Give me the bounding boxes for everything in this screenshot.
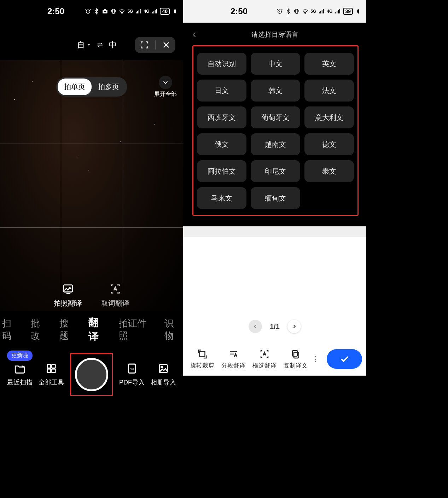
recent-scans-button[interactable]: 更新啦 最近扫描 <box>7 363 33 387</box>
swap-icon[interactable] <box>96 41 104 49</box>
back-button[interactable] <box>191 31 198 38</box>
lang-option-3[interactable]: 日文 <box>197 80 246 102</box>
bluetooth-icon <box>285 8 291 15</box>
cat-object[interactable]: 识物 <box>164 317 181 342</box>
next-page-button[interactable] <box>287 320 301 333</box>
camera-viewfinder: 拍单页 拍多页 展开全部 <box>0 60 183 311</box>
camera-icon <box>102 8 108 15</box>
lang-option-11[interactable]: 德文 <box>304 133 354 155</box>
status-right: 5G 4G 39 <box>277 8 361 15</box>
lang-option-2[interactable]: 英文 <box>304 53 354 75</box>
lang-option-6[interactable]: 西班牙文 <box>197 106 246 128</box>
header: 请选择目标语言 <box>183 23 366 47</box>
vibrate-icon <box>110 8 117 15</box>
more-button[interactable]: ⋮ <box>312 354 319 364</box>
select-translate-button[interactable]: 框选翻译 <box>250 349 279 370</box>
pdf-icon: PDF <box>126 363 138 375</box>
lang-option-1[interactable]: 中文 <box>251 53 300 75</box>
cat-translate[interactable]: 翻译 <box>88 315 107 344</box>
album-import-button[interactable]: 相册导入 <box>151 363 176 387</box>
chevron-down-icon <box>86 42 91 47</box>
cat-id[interactable]: 拍证件照 <box>119 317 152 342</box>
signal-4g: 4G <box>144 9 149 14</box>
leaf-icon <box>355 8 361 15</box>
multi-page-button[interactable]: 拍多页 <box>92 79 126 95</box>
expand-all-button[interactable]: 展开全部 <box>154 76 177 98</box>
lang-option-5[interactable]: 法文 <box>304 80 354 102</box>
svg-point-18 <box>305 13 306 14</box>
rotate-crop-button[interactable]: 旋转裁剪 <box>187 349 217 370</box>
lang-option-10[interactable]: 越南文 <box>251 133 300 155</box>
shutter-highlight <box>70 353 113 396</box>
segment-translate-button[interactable]: 分段翻译 <box>219 349 248 370</box>
language-grid: 自动识别中文英文日文韩文法文西班牙文葡萄牙文意大利文俄文越南文德文阿拉伯文印尼文… <box>197 53 354 209</box>
target-lang-button[interactable]: 中 <box>109 40 117 50</box>
svg-rect-19 <box>200 351 205 357</box>
svg-rect-20 <box>294 352 299 358</box>
close-icon[interactable] <box>162 41 170 49</box>
signal-icon <box>135 8 141 15</box>
all-tools-button[interactable]: 全部工具 <box>39 363 64 387</box>
grid-icon <box>45 363 57 375</box>
svg-rect-10 <box>47 369 51 372</box>
word-translate-mode[interactable]: 取词翻译 <box>101 283 129 308</box>
photo-translate-mode[interactable]: 拍照翻译 <box>54 283 82 308</box>
photo-translate-icon <box>62 283 74 295</box>
svg-point-15 <box>161 366 163 368</box>
language-panel: 自动识别中文英文日文韩文法文西班牙文葡萄牙文意大利文俄文越南文德文阿拉伯文印尼文… <box>192 45 359 216</box>
pdf-import-button[interactable]: PDF PDF导入 <box>119 363 145 387</box>
lang-option-15[interactable]: 马来文 <box>197 187 246 209</box>
lang-option-9[interactable]: 俄文 <box>197 133 246 155</box>
language-row: 自 中 <box>0 37 183 53</box>
category-row[interactable]: 扫码 批改 搜题 翻译 拍证件照 识物 <box>0 315 183 344</box>
page-indicator: 1/1 <box>270 323 280 331</box>
signal2-icon <box>151 8 158 15</box>
svg-point-7 <box>22 366 23 367</box>
battery-level: 40 <box>160 8 170 15</box>
lang-option-14[interactable]: 泰文 <box>304 160 354 182</box>
chevron-down-icon <box>162 79 169 86</box>
alarm-icon <box>85 8 91 15</box>
document-preview: 1/1 旋转裁剪 分段翻译 框选翻译 复制译文 ⋮ <box>183 226 366 376</box>
check-icon <box>339 354 350 364</box>
separator <box>155 40 156 50</box>
update-badge: 更新啦 <box>7 351 33 361</box>
page-mode-toggle: 拍单页 拍多页 <box>56 77 127 97</box>
top-right-controls <box>135 37 175 53</box>
signal-icon <box>318 8 325 15</box>
svg-rect-9 <box>52 365 55 368</box>
language-select-screen: 2:50 5G 4G 39 请选择目标语言 自动识别中文英文日文韩文法文西班牙文… <box>183 0 366 407</box>
chevron-left-icon <box>191 31 198 38</box>
status-bar: 2:50 5G 4G 40 <box>0 0 183 23</box>
vibrate-icon <box>293 8 300 15</box>
folder-icon <box>14 363 26 375</box>
lang-option-13[interactable]: 印尼文 <box>251 160 300 182</box>
cat-scan[interactable]: 扫码 <box>2 317 19 342</box>
svg-rect-17 <box>296 9 298 13</box>
fullscreen-icon[interactable] <box>140 40 149 50</box>
lang-option-8[interactable]: 意大利文 <box>304 106 354 128</box>
svg-point-5 <box>122 13 123 14</box>
copy-translation-button[interactable]: 复制译文 <box>281 349 310 370</box>
cat-search[interactable]: 搜题 <box>59 317 76 342</box>
signal-4g: 4G <box>327 9 332 14</box>
shutter-button[interactable] <box>75 358 108 391</box>
confirm-button[interactable] <box>327 349 362 369</box>
status-time: 2:50 <box>47 6 64 16</box>
lang-option-4[interactable]: 韩文 <box>251 80 300 102</box>
source-lang-button[interactable]: 自 <box>77 40 91 50</box>
signal-5g: 5G <box>127 9 133 14</box>
alarm-icon <box>277 8 283 15</box>
lang-option-16[interactable]: 缅甸文 <box>251 187 300 209</box>
lang-option-0[interactable]: 自动识别 <box>197 53 246 75</box>
lang-option-12[interactable]: 阿拉伯文 <box>197 160 246 182</box>
copy-icon <box>290 349 301 359</box>
select-icon <box>259 349 270 359</box>
single-page-button[interactable]: 拍单页 <box>58 79 92 95</box>
prev-page-button[interactable] <box>249 320 262 333</box>
cat-mark[interactable]: 批改 <box>31 317 47 342</box>
lang-option-7[interactable]: 葡萄牙文 <box>251 106 300 128</box>
pager: 1/1 <box>183 320 366 333</box>
signal2-icon <box>334 8 341 15</box>
svg-rect-11 <box>52 369 55 372</box>
